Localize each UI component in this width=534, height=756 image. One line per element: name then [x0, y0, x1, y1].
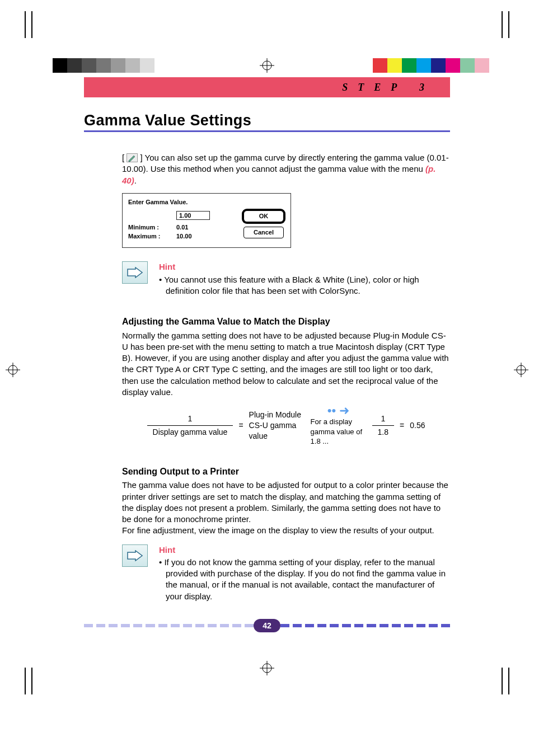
section-banner: STEP 3 — [84, 77, 450, 97]
gamma-formula: 1 Display gamma value = Plug-in Module C… — [122, 405, 450, 447]
crop-mark — [25, 11, 58, 45]
grayscale-swatch-bar — [53, 58, 169, 73]
footer-dashes-right — [280, 624, 450, 627]
title-divider — [84, 130, 450, 132]
ok-button[interactable]: OK — [243, 210, 284, 222]
dialog-title: Enter Gamma Value. — [128, 198, 243, 206]
adjusting-heading: Adjusting the Gamma Value to Match the D… — [122, 316, 450, 328]
adjusting-body: Normally the gamma setting does not have… — [122, 330, 450, 398]
hint-heading: Hint — [159, 544, 450, 556]
registration-mark-icon — [514, 363, 528, 377]
hint-block: Hint • You cannot use this feature with … — [122, 261, 450, 297]
hint-arrow-icon — [122, 544, 148, 567]
intro-paragraph: [ ] You can also set up the gamma curve … — [122, 152, 450, 186]
page-title: Gamma Value Settings — [84, 112, 450, 129]
registration-mark-icon — [6, 363, 20, 377]
printer-heading: Sending Output to a Printer — [122, 466, 450, 478]
page-footer: 42 — [84, 623, 450, 628]
maximum-label: Maximum : — [128, 232, 176, 241]
minimum-value: 0.01 — [176, 223, 188, 232]
crop-mark — [476, 661, 509, 694]
arrow-right-icon: •• ➜ — [327, 405, 350, 417]
crop-mark — [25, 661, 58, 694]
printer-body-2: For fine adjustment, view the image on t… — [122, 525, 450, 536]
enter-gamma-dialog: Enter Gamma Value. Minimum : 0.01 Maximu… — [122, 193, 291, 248]
hint-text: • If you do not know the gamma setting o… — [159, 557, 450, 602]
registration-mark-icon — [260, 58, 274, 73]
cancel-button[interactable]: Cancel — [243, 227, 284, 238]
registration-mark-icon — [260, 661, 274, 675]
step-label: STEP 3 — [342, 82, 434, 93]
maximum-value: 10.00 — [176, 232, 192, 241]
footer-dashes-left — [84, 624, 254, 627]
pencil-tool-icon — [127, 153, 138, 162]
hint-block: Hint • If you do not know the gamma sett… — [122, 544, 450, 602]
minimum-label: Minimum : — [128, 223, 176, 232]
page-number: 42 — [254, 619, 280, 632]
gamma-value-input[interactable] — [176, 211, 210, 220]
color-swatch-bar — [373, 58, 489, 73]
hint-heading: Hint — [159, 261, 450, 273]
hint-text: • You cannot use this feature with a Bla… — [159, 274, 450, 297]
crop-mark — [476, 11, 509, 45]
hint-arrow-icon — [122, 261, 148, 284]
printer-body-1: The gamma value does not have to be adju… — [122, 480, 450, 525]
